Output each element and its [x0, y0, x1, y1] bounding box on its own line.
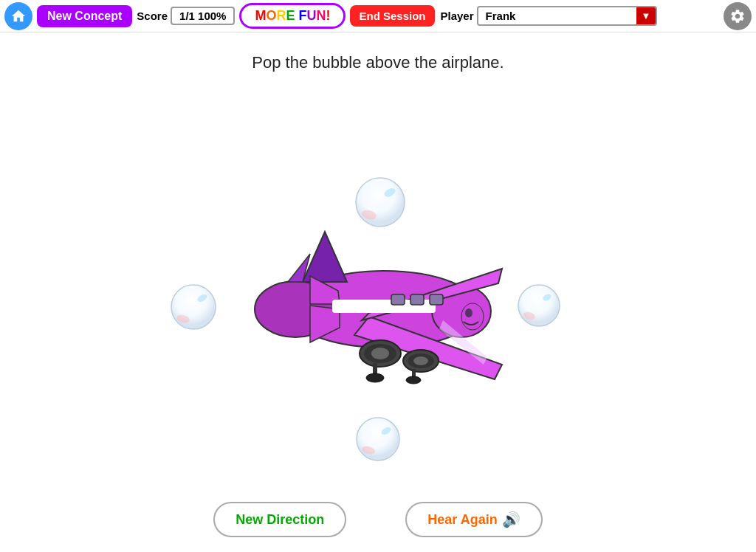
more-fun-banner: MORE FUN !: [239, 3, 346, 29]
svg-point-30: [413, 356, 428, 365]
player-dropdown-button[interactable]: ▼: [636, 7, 656, 24]
svg-point-35: [461, 303, 484, 330]
top-bar: New Concept Score 1/1 100% MORE FUN ! En…: [0, 0, 756, 32]
bottom-buttons: New Direction Hear Again 🔊: [0, 502, 756, 537]
bubble-right-svg: [517, 283, 561, 328]
svg-rect-24: [430, 294, 443, 305]
main-content: Pop the bubble above the airplane.: [0, 32, 756, 552]
bubble-left[interactable]: [170, 283, 218, 331]
score-area: Score 1/1 100%: [137, 7, 235, 25]
end-session-button[interactable]: End Session: [350, 5, 434, 27]
svg-point-32: [366, 373, 384, 382]
svg-rect-22: [391, 294, 405, 305]
mf-letter-r: R: [276, 8, 286, 24]
airplane-svg: [244, 195, 509, 401]
player-name-input[interactable]: [478, 8, 636, 24]
svg-point-3: [171, 285, 216, 329]
player-label: Player: [441, 10, 474, 22]
airplane-image: [244, 195, 509, 401]
svg-rect-23: [410, 294, 424, 305]
bubble-left-svg: [170, 283, 218, 331]
bubble-right[interactable]: [517, 283, 561, 328]
hear-again-label: Hear Again: [427, 512, 497, 528]
hear-again-button[interactable]: Hear Again 🔊: [405, 502, 542, 537]
speaker-icon: 🔊: [502, 511, 520, 528]
mf-letter-o: O: [266, 8, 276, 24]
svg-point-6: [518, 285, 560, 326]
mf-letter-m: M: [255, 8, 266, 24]
svg-point-27: [371, 348, 389, 359]
player-area: Player ▼: [441, 6, 658, 26]
svg-point-34: [406, 376, 421, 384]
bubble-bottom[interactable]: [355, 416, 401, 462]
settings-button[interactable]: [724, 2, 752, 30]
score-value: 1/1 100%: [171, 7, 235, 25]
player-selector[interactable]: ▼: [477, 6, 658, 26]
home-button[interactable]: [4, 2, 32, 30]
mf-letter-e: E: [286, 8, 295, 24]
new-concept-button[interactable]: New Concept: [37, 5, 132, 27]
score-label: Score: [137, 10, 168, 22]
svg-point-9: [357, 418, 399, 460]
bubble-bottom-svg: [355, 416, 401, 462]
new-direction-button[interactable]: New Direction: [213, 502, 346, 537]
home-icon: [10, 8, 27, 24]
svg-point-36: [465, 308, 472, 317]
mf-letter-f: F: [298, 8, 306, 24]
mf-letter-n: N: [316, 8, 326, 24]
gear-icon: [729, 8, 746, 24]
mf-exclamation: !: [326, 8, 330, 24]
mf-letter-u: U: [306, 8, 316, 24]
instruction-text: Pop the bubble above the airplane.: [0, 32, 756, 72]
